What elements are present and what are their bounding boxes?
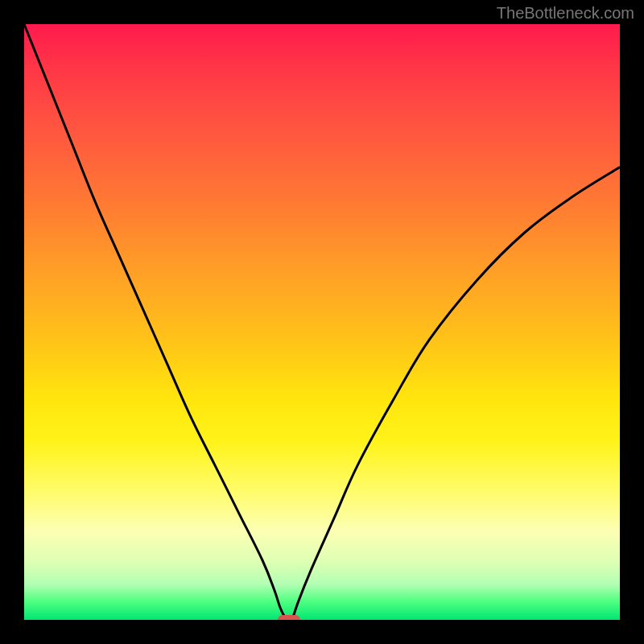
curve-layer	[24, 24, 620, 620]
plot-area	[24, 24, 620, 620]
chart-container: TheBottleneck.com	[0, 0, 644, 644]
minimum-marker	[278, 615, 300, 620]
watermark-text: TheBottleneck.com	[497, 4, 634, 23]
right-curve	[292, 167, 620, 620]
left-curve	[24, 24, 287, 620]
